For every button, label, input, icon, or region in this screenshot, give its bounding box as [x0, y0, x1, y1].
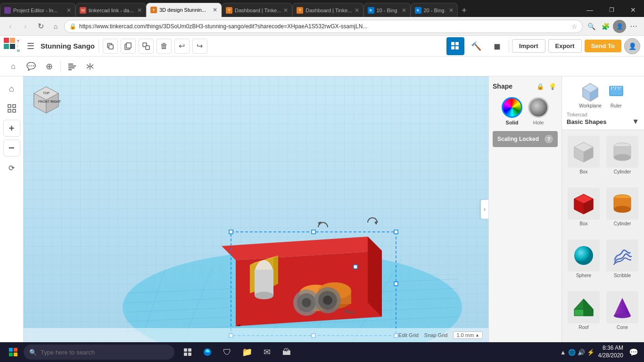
delete-button[interactable]: 🗑 — [157, 39, 172, 54]
new-tab-button[interactable]: + — [458, 4, 471, 17]
battery-icon[interactable]: ⚡ — [587, 349, 594, 356]
ruler-button[interactable]: Ruler — [605, 80, 627, 108]
edge-browser-taskbar[interactable] — [198, 343, 217, 362]
scaling-locked-label: Scaling Locked — [497, 136, 539, 142]
svg-rect-120 — [188, 348, 191, 352]
add-shape-button[interactable]: ⊕ — [41, 59, 57, 74]
shape-box-white[interactable]: Box — [566, 134, 602, 183]
library-category-row[interactable]: Basic Shapes ▼ — [567, 117, 639, 126]
mail-taskbar[interactable]: ✉ — [257, 343, 276, 362]
svg-rect-116 — [14, 348, 17, 352]
tab-6-close[interactable]: ✕ — [402, 7, 406, 14]
mirror-button[interactable] — [83, 59, 98, 74]
tab-4[interactable]: T Dashboard | Tinke... ✕ — [222, 3, 292, 17]
shape-box-red[interactable]: Box — [566, 186, 602, 235]
photos-taskbar[interactable]: 🏔 — [277, 343, 296, 362]
shape-cylinder-orange[interactable]: Cylinder — [604, 186, 640, 235]
svg-marker-112 — [584, 299, 593, 316]
back-button[interactable]: ‹ — [4, 20, 17, 33]
shape-roof-green[interactable]: Roof — [566, 289, 602, 338]
export-button[interactable]: Export — [548, 39, 582, 53]
tab-2-close[interactable]: ✕ — [137, 7, 142, 14]
shape-cylinder-white[interactable]: Cylinder — [604, 134, 640, 183]
view-home-button[interactable]: ⌂ — [6, 59, 21, 74]
simulate-button[interactable]: ◼ — [488, 37, 506, 55]
volume-icon[interactable]: 🔊 — [578, 349, 585, 356]
refresh-button[interactable]: ↻ — [34, 20, 47, 33]
notification-button[interactable]: 💬 — [627, 346, 640, 359]
hole-button[interactable]: Hole — [528, 97, 549, 125]
folder-taskbar[interactable]: 📁 — [238, 343, 256, 362]
zoom-in-button[interactable]: + — [3, 120, 20, 137]
tab-1-close[interactable]: ✕ — [66, 7, 71, 14]
zoom-out-button[interactable]: − — [3, 140, 20, 156]
redo-button[interactable]: ↪ — [192, 39, 207, 54]
collapse-right-panel[interactable]: › — [481, 200, 488, 219]
minimize-button[interactable]: — — [579, 3, 601, 17]
import-button[interactable]: Import — [512, 39, 545, 53]
grid-view-button[interactable] — [446, 37, 464, 55]
fit-view-button[interactable] — [3, 100, 20, 117]
address-bar[interactable]: 🔒 https://www.tinkercad.com/things/3DSoU… — [64, 20, 583, 33]
date-text: 4/28/2020 — [598, 352, 623, 360]
tab-7-close[interactable]: ✕ — [449, 7, 454, 14]
taskview-button[interactable] — [178, 343, 197, 362]
align-button[interactable] — [65, 59, 80, 74]
tab-1[interactable]: Project Editor - In... ✕ — [0, 3, 75, 17]
tab-5[interactable]: T Dashboard | Tinke... ✕ — [292, 3, 363, 17]
tray-arrow[interactable]: ▲ — [560, 349, 566, 356]
user-profile-button[interactable]: 👤 — [624, 38, 640, 54]
maximize-button[interactable]: ❐ — [601, 3, 622, 17]
home-view-button[interactable]: ⌂ — [3, 80, 20, 97]
close-button[interactable]: ✕ — [622, 3, 644, 17]
search-bar[interactable]: 🔍 — [24, 345, 174, 360]
snap-value-control[interactable]: 1.0 mm ▲ — [453, 331, 483, 339]
forward-button[interactable]: › — [19, 20, 32, 33]
undo-button[interactable]: ↩ — [174, 39, 190, 54]
store-taskbar[interactable]: 🛡 — [218, 343, 237, 362]
build-view-button[interactable]: 🔨 — [467, 37, 485, 55]
tab-3[interactable]: T 3D design Stunnin... ✕ — [146, 3, 222, 17]
tab-2[interactable]: M tinkercad link - da... ✕ — [75, 3, 146, 17]
menu-icon[interactable]: ⋯ — [627, 20, 640, 33]
info-shape-button[interactable]: 💡 — [547, 81, 558, 91]
comment-button[interactable]: 💬 — [24, 59, 39, 74]
hamburger-menu[interactable]: ☰ — [24, 39, 38, 53]
toolbar-divider-1 — [99, 40, 99, 53]
shape-cone-purple[interactable]: Cone — [604, 289, 640, 338]
edit-grid-button[interactable]: Edit Grid — [398, 332, 419, 338]
duplicate-button[interactable] — [139, 39, 154, 54]
tab-5-close[interactable]: ✕ — [355, 7, 359, 14]
workplane-button[interactable]: Workplane — [579, 80, 602, 108]
scaling-locked-button[interactable]: Scaling Locked ? — [493, 131, 558, 147]
scaling-help-icon[interactable]: ? — [545, 135, 553, 143]
lock-shape-button[interactable]: 🔒 — [535, 81, 545, 91]
profile-icon[interactable]: 👤 — [613, 20, 626, 33]
shape-scribble[interactable]: Scribble — [604, 238, 640, 287]
time-display[interactable]: 8:36 AM 4/28/2020 — [598, 345, 623, 359]
svg-rect-117 — [9, 353, 13, 356]
home-button[interactable]: ⌂ — [49, 20, 62, 33]
star-icon[interactable]: ☆ — [571, 23, 578, 30]
svg-point-109 — [574, 246, 593, 265]
svg-point-64 — [302, 298, 311, 307]
start-button[interactable] — [4, 343, 23, 362]
send-to-button[interactable]: Send To — [585, 40, 621, 52]
orient-button[interactable]: ⟳ — [3, 159, 20, 176]
tab-4-close[interactable]: ✕ — [283, 7, 288, 14]
library-brand: Tinkercad — [567, 112, 587, 117]
shape-sphere-teal[interactable]: Sphere — [566, 238, 602, 287]
copy-button[interactable] — [103, 39, 118, 54]
tab-6[interactable]: b 10 - Bing ✕ — [363, 3, 411, 17]
extensions-icon[interactable]: 🧩 — [599, 20, 612, 33]
solid-button[interactable]: Solid — [502, 97, 522, 125]
viewport[interactable]: FRONT RIGHT TOP — [24, 76, 488, 342]
paste-button[interactable] — [121, 39, 136, 54]
shape-cone-purple-thumb — [606, 291, 638, 323]
shape-cylinder-orange-label: Cylinder — [614, 221, 631, 226]
network-icon[interactable]: 🌐 — [568, 349, 576, 356]
tab-3-close[interactable]: ✕ — [213, 7, 217, 13]
search-input[interactable] — [41, 349, 169, 356]
search-extension-icon[interactable]: 🔍 — [585, 20, 598, 33]
tab-7[interactable]: b 20 - Bing ✕ — [411, 3, 458, 17]
